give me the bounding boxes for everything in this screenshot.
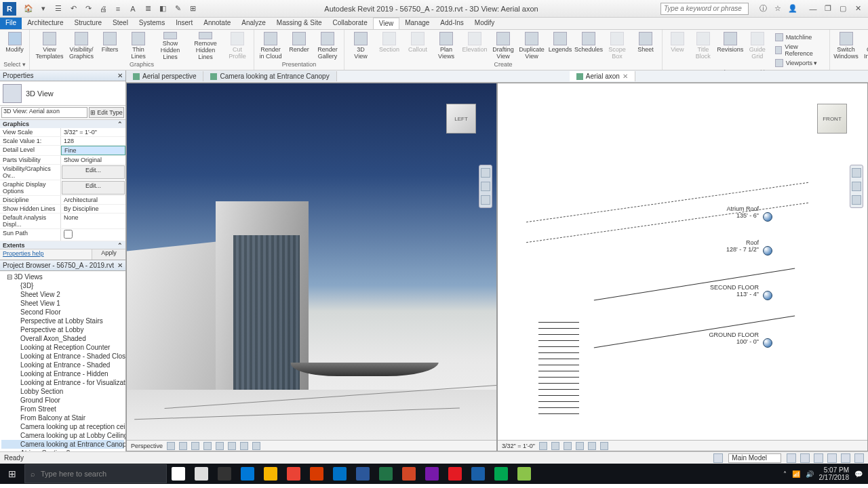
type-selector[interactable]: 3D View — [0, 81, 125, 106]
tree-item[interactable]: Ground Floor — [1, 396, 124, 405]
taskbar-app[interactable] — [167, 464, 190, 484]
ribbon-close-inactive[interactable]: CloseInactive — [861, 31, 868, 61]
select-pinned-icon[interactable] — [827, 453, 837, 463]
ribbon-thin-lines[interactable]: ThinLines — [125, 31, 152, 61]
minimize-button[interactable]: — — [807, 3, 819, 15]
restore-button[interactable]: ❐ — [822, 3, 834, 15]
view-tab[interactable]: Aerial axon ✕ — [570, 71, 635, 81]
qat-button[interactable]: ≣ — [142, 3, 153, 14]
visual-style-icon[interactable] — [179, 442, 187, 450]
tray-up-icon[interactable]: ˄ — [783, 470, 787, 478]
scale-label[interactable]: 3/32" = 1'-0" — [502, 443, 535, 449]
ribbon-sheet[interactable]: Sheet — [632, 31, 659, 61]
taskbar-app[interactable] — [443, 464, 467, 484]
help-search-input[interactable] — [660, 3, 749, 15]
menu-tab-analyze[interactable]: Analyze — [236, 18, 271, 29]
select-face-icon[interactable] — [841, 453, 850, 463]
reveal-hidden-icon[interactable] — [600, 442, 608, 450]
prop-value[interactable] — [61, 229, 125, 241]
taskbar-app[interactable] — [397, 464, 420, 484]
select-dropdown[interactable]: Select ▾ — [3, 61, 26, 68]
ribbon-duplicate-view[interactable]: DuplicateView — [518, 31, 545, 61]
menu-tab-architecture[interactable]: Architecture — [22, 18, 68, 29]
tree-item[interactable]: From Balcony at Stair — [1, 413, 124, 422]
menu-tab-steel[interactable]: Steel — [107, 18, 134, 29]
level-marker[interactable] — [763, 246, 772, 256]
properties-help-link[interactable]: Properties help — [0, 249, 92, 260]
filter-icon[interactable] — [787, 453, 796, 463]
ribbon--d-view[interactable]: 3DView — [347, 31, 374, 61]
sun-path-icon[interactable] — [191, 442, 199, 450]
ribbon-render[interactable]: Render — [285, 31, 313, 61]
taskbar-app[interactable] — [351, 464, 374, 484]
detail-level-icon[interactable] — [539, 442, 547, 450]
prop-value[interactable]: Architectural — [61, 196, 125, 204]
tree-item[interactable]: Lobby Section — [1, 387, 124, 396]
menu-tab-annotate[interactable]: Annotate — [198, 18, 236, 29]
ribbon-schedules[interactable]: Schedules — [575, 31, 602, 61]
crop-icon[interactable] — [216, 442, 224, 450]
maximize-button[interactable]: ▢ — [837, 3, 849, 15]
prop-value[interactable]: Show Original — [61, 156, 125, 164]
tree-item[interactable]: Looking at Entrance - for Visualizatio — [1, 378, 124, 387]
tree-item[interactable]: Atrium Section 2 — [1, 449, 124, 451]
modify-tool[interactable]: Modify — [3, 31, 26, 61]
properties-close-icon[interactable]: ✕ — [117, 72, 123, 79]
ribbon-matchline[interactable]: Matchline — [772, 33, 825, 42]
menu-tab-file[interactable]: File — [0, 18, 22, 29]
taskbar-app[interactable] — [259, 464, 282, 484]
taskbar-app[interactable] — [213, 464, 236, 484]
qat-button[interactable]: ↷ — [83, 3, 94, 14]
tree-item[interactable]: {3D} — [1, 281, 124, 290]
star-icon[interactable]: ☆ — [772, 3, 784, 15]
menu-tab-collaborate[interactable]: Collaborate — [328, 18, 373, 29]
nav-pan-icon[interactable] — [481, 182, 490, 191]
ribbon-revisions[interactable]: Revisions — [717, 31, 744, 61]
qat-button[interactable]: ✎ — [172, 3, 183, 14]
ribbon-drafting-view[interactable]: DraftingView — [490, 31, 517, 61]
prop-category[interactable]: Graphics⌃ — [0, 120, 125, 128]
tree-item[interactable]: Looking at Reception Counter — [1, 343, 124, 352]
detail-level-icon[interactable] — [167, 442, 175, 450]
ribbon-filters[interactable]: Filters — [96, 31, 123, 61]
taskbar-app[interactable] — [236, 464, 259, 484]
tree-item[interactable]: Camera looking up at Lobby Ceiling — [1, 431, 124, 440]
tab-close-icon[interactable]: ✕ — [623, 73, 628, 80]
workset-icon[interactable] — [713, 453, 723, 463]
prop-value[interactable]: None — [61, 214, 125, 228]
menu-tab-modify[interactable]: Modify — [469, 18, 500, 29]
viewport-axon[interactable]: FRONT Atrium Roof135' - 6"Roof128' - 7 1… — [497, 83, 868, 451]
tree-item[interactable]: Perspective at Lobby — [1, 325, 124, 334]
qat-button[interactable]: ≡ — [113, 3, 123, 14]
tree-category[interactable]: ⊟ 3D Views — [1, 272, 124, 281]
viewcube-left[interactable]: LEFT — [446, 104, 476, 134]
tree-item[interactable]: From Street — [1, 405, 124, 413]
tree-item[interactable]: Looking at Entrance - Shaded — [1, 361, 124, 369]
prop-value[interactable]: Edit... — [62, 181, 125, 195]
level-marker[interactable] — [763, 338, 772, 348]
lock-icon[interactable] — [240, 442, 248, 450]
menu-tab-addins[interactable]: Add-Ins — [435, 18, 469, 29]
taskbar-app[interactable] — [190, 464, 213, 484]
taskbar-search[interactable]: ⌕ Type here to search — [24, 464, 167, 483]
sun-path-icon[interactable] — [564, 442, 572, 450]
qat-button[interactable]: 🏠 — [23, 3, 34, 14]
tree-item[interactable]: Looking at Entrance - Hidden — [1, 369, 124, 378]
design-options-selector[interactable]: Main Model — [728, 453, 781, 463]
qat-button[interactable]: ▾ — [38, 3, 49, 14]
scale-label[interactable]: Perspective — [131, 443, 163, 449]
prop-value[interactable]: 3/32" = 1'-0" — [61, 128, 125, 136]
level-marker[interactable] — [763, 291, 772, 300]
taskbar-app[interactable] — [282, 464, 305, 484]
taskbar-clock[interactable]: 5:07 PM2/17/2018 — [819, 466, 850, 481]
taskbar-app[interactable] — [513, 464, 536, 484]
signin-icon[interactable]: 👤 — [787, 3, 799, 15]
qat-button[interactable]: ⊞ — [187, 3, 198, 14]
ribbon-remove-hidden-lines[interactable]: RemoveHidden Lines — [189, 31, 222, 61]
ribbon-view-reference[interactable]: View Reference — [772, 43, 825, 58]
tree-item[interactable]: Sheet View 1 — [1, 299, 124, 308]
menu-tab-structure[interactable]: Structure — [68, 18, 107, 29]
infocenter-icon[interactable]: ⓘ — [757, 3, 769, 15]
tree-item[interactable]: Overall Axon_Shaded — [1, 334, 124, 343]
taskbar-app[interactable] — [374, 464, 397, 484]
